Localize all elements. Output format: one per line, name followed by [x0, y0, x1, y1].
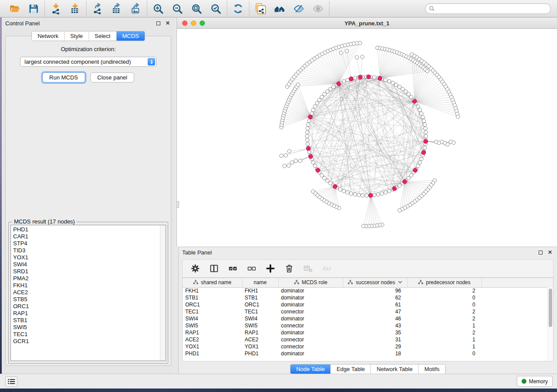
- table-cell[interactable]: dominator: [278, 287, 343, 294]
- graph-node[interactable]: [418, 108, 422, 112]
- graph-node[interactable]: [409, 174, 413, 177]
- column-header-shared-name[interactable]: shared name: [183, 278, 242, 287]
- zoom-selected-button[interactable]: [209, 2, 222, 15]
- graph-node[interactable]: [346, 78, 349, 82]
- table-cell[interactable]: 1: [407, 336, 481, 343]
- mcds-result-item[interactable]: PHD1: [13, 226, 166, 233]
- graph-node[interactable]: [336, 82, 341, 86]
- graph-node[interactable]: [391, 81, 394, 85]
- table-cell[interactable]: dominator: [278, 329, 343, 336]
- export-image-button[interactable]: [129, 2, 142, 15]
- graph-node[interactable]: [362, 224, 365, 228]
- float-panel-icon[interactable]: [155, 20, 162, 27]
- table-cell[interactable]: ACE2: [183, 336, 242, 343]
- table-cell[interactable]: 1: [407, 322, 481, 329]
- table-row[interactable]: ORC1ORC1dominator610: [183, 301, 553, 308]
- table-cell[interactable]: RAP1: [183, 329, 242, 336]
- table-cell[interactable]: TEC1: [183, 308, 242, 315]
- select-all-button[interactable]: [227, 263, 239, 274]
- graph-node[interactable]: [416, 105, 420, 108]
- table-cell[interactable]: 2: [407, 287, 481, 294]
- mcds-result-item[interactable]: FKH1: [13, 282, 166, 289]
- open-file-button[interactable]: [8, 2, 21, 15]
- network-window-titlebar[interactable]: YPA_prune.txt_1: [177, 18, 557, 29]
- refresh-button[interactable]: [232, 2, 245, 15]
- graph-node[interactable]: [373, 76, 376, 79]
- table-cell[interactable]: 62: [343, 294, 407, 301]
- graph-node[interactable]: [316, 168, 320, 172]
- graph-node[interactable]: [419, 112, 423, 115]
- table-cell[interactable]: dominator: [278, 350, 343, 357]
- table-cell[interactable]: connector: [278, 336, 343, 343]
- mcds-result-item[interactable]: ORC1: [13, 303, 166, 310]
- graph-node[interactable]: [315, 101, 319, 105]
- mcds-list-scrollbar[interactable]: [160, 225, 166, 361]
- graph-node[interactable]: [376, 193, 380, 196]
- network-overview-button[interactable]: [273, 2, 286, 15]
- optimization-criterion-select[interactable]: largest connected component (undirected): [20, 57, 156, 67]
- graph-node[interactable]: [323, 93, 326, 96]
- graph-node[interactable]: [419, 157, 423, 161]
- table-cell[interactable]: 2: [407, 315, 481, 322]
- status-list-menu-button[interactable]: [5, 376, 17, 387]
- export-table-button[interactable]: [110, 2, 123, 15]
- graph-node[interactable]: [358, 41, 362, 45]
- graph-node[interactable]: [413, 168, 418, 172]
- graph-node[interactable]: [360, 55, 364, 58]
- graph-node[interactable]: [345, 49, 349, 53]
- graph-node[interactable]: [306, 123, 310, 126]
- add-column-button[interactable]: [265, 263, 276, 274]
- graph-node[interactable]: [306, 147, 311, 151]
- graph-node[interactable]: [333, 185, 337, 189]
- graph-node[interactable]: [358, 75, 363, 79]
- table-cell[interactable]: FKH1: [183, 287, 242, 294]
- mcds-result-item[interactable]: YOX1: [13, 254, 166, 261]
- mcds-result-item[interactable]: SWI5: [13, 324, 166, 331]
- mcds-result-item[interactable]: GCR1: [13, 338, 166, 345]
- graph-node[interactable]: [424, 127, 427, 130]
- graph-node[interactable]: [346, 191, 349, 194]
- run-mcds-button[interactable]: Run MCDS: [42, 72, 85, 83]
- table-row[interactable]: STB1STB1dominator620: [183, 294, 553, 301]
- graph-node[interactable]: [349, 77, 353, 81]
- settings-gear-button[interactable]: [190, 263, 201, 274]
- graph-node[interactable]: [407, 176, 410, 180]
- graph-node[interactable]: [426, 69, 429, 73]
- graph-node[interactable]: [294, 159, 298, 162]
- graph-node[interactable]: [349, 192, 353, 195]
- mcds-result-item[interactable]: TEC1: [13, 331, 166, 338]
- table-cell[interactable]: 61: [343, 301, 407, 308]
- tab-edge-table[interactable]: Edge Table: [331, 364, 371, 374]
- mcds-result-item[interactable]: STP4: [13, 240, 166, 247]
- tab-network[interactable]: Network: [32, 31, 65, 41]
- table-cell[interactable]: SWI5: [242, 322, 278, 329]
- mcds-result-item[interactable]: TID3: [13, 247, 166, 254]
- table-cell[interactable]: dominator: [278, 301, 343, 308]
- table-cell[interactable]: RAP1: [242, 329, 278, 336]
- mcds-result-item[interactable]: PMA2: [13, 275, 166, 282]
- table-cell[interactable]: 31: [343, 336, 407, 343]
- graph-node[interactable]: [392, 186, 397, 191]
- graph-node[interactable]: [416, 164, 420, 168]
- graph-node[interactable]: [398, 85, 401, 89]
- column-header-predecessor-nodes[interactable]: predecessor nodes: [407, 278, 481, 287]
- float-table-panel-icon[interactable]: [537, 249, 544, 256]
- graph-node[interactable]: [342, 79, 346, 83]
- graph-node[interactable]: [423, 146, 426, 149]
- mcds-result-item[interactable]: SWI4: [13, 261, 166, 268]
- tab-node-table[interactable]: Node Table: [291, 364, 331, 374]
- table-cell[interactable]: 0: [407, 294, 481, 301]
- window-zoom-icon[interactable]: [200, 21, 205, 26]
- table-cell[interactable]: STB1: [242, 294, 278, 301]
- graph-node[interactable]: [394, 83, 398, 86]
- graph-node[interactable]: [353, 193, 356, 196]
- graph-node[interactable]: [422, 151, 426, 155]
- graph-node[interactable]: [357, 193, 360, 197]
- graph-node[interactable]: [421, 115, 425, 119]
- graph-node[interactable]: [306, 142, 309, 146]
- graph-node[interactable]: [305, 134, 309, 138]
- table-cell[interactable]: FKH1: [242, 287, 278, 294]
- close-table-panel-icon[interactable]: ✕: [547, 249, 554, 256]
- graph-node[interactable]: [384, 191, 387, 194]
- graph-node[interactable]: [313, 105, 317, 108]
